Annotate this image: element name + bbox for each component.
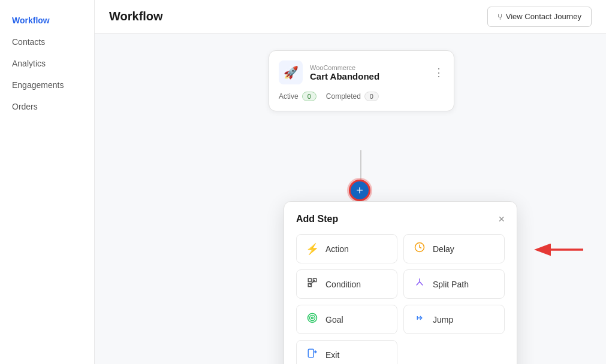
jump-icon (412, 313, 427, 326)
trigger-node: 🚀 WooCommerce Cart Abandoned ⋮ Active 0 … (269, 50, 454, 111)
sidebar-item-workflow[interactable]: Workflow (0, 10, 94, 31)
step-option-goal[interactable]: Goal (296, 305, 397, 334)
sidebar-item-engagements[interactable]: Engagements (0, 74, 94, 96)
step-option-action[interactable]: ⚡ Action (296, 234, 397, 263)
svg-point-10 (312, 317, 313, 319)
modal-header: Add Step × (296, 214, 505, 225)
step-option-jump[interactable]: Jump (403, 305, 505, 334)
add-step-modal: Add Step × ⚡ Action Del (284, 201, 517, 364)
add-step-button[interactable]: + (349, 180, 370, 201)
svg-line-6 (310, 280, 315, 285)
condition-icon (305, 277, 319, 291)
delay-label: Delay (433, 244, 454, 254)
sidebar-item-analytics[interactable]: Analytics (0, 53, 94, 74)
delay-icon (412, 242, 427, 256)
page-title: Workflow (109, 10, 163, 23)
jump-label: Jump (433, 315, 453, 324)
trigger-footer: Active 0 Completed 0 (279, 92, 444, 101)
journey-icon: ⑂ (498, 12, 502, 22)
sidebar-item-orders[interactable]: Orders (0, 96, 94, 117)
view-contact-journey-button[interactable]: ⑂ View Contact Journey (487, 7, 592, 27)
active-stat: Active 0 (279, 92, 316, 101)
modal-close-button[interactable]: × (498, 214, 505, 225)
step-option-exit[interactable]: Exit (296, 340, 397, 364)
completed-badge: 0 (364, 92, 379, 101)
trigger-icon: 🚀 (279, 60, 303, 84)
sidebar-item-contacts[interactable]: Contacts (0, 31, 94, 53)
step-options-grid: ⚡ Action Delay (296, 234, 505, 364)
trigger-info: WooCommerce Cart Abandoned (310, 64, 426, 81)
page-header: Workflow ⑂ View Contact Journey (95, 0, 606, 34)
step-option-delay[interactable]: Delay (403, 234, 505, 263)
goal-icon (305, 313, 319, 326)
goal-label: Goal (325, 315, 343, 324)
completed-stat: Completed 0 (326, 92, 379, 101)
main-content: Workflow ⑂ View Contact Journey 🚀 WooCom… (95, 0, 606, 364)
step-option-split-path[interactable]: Split Path (403, 269, 505, 299)
split-path-icon (412, 277, 427, 291)
active-badge: 0 (302, 92, 316, 101)
exit-label: Exit (325, 350, 339, 360)
modal-title: Add Step (296, 214, 338, 225)
trigger-node-header: 🚀 WooCommerce Cart Abandoned ⋮ (279, 60, 444, 84)
action-icon: ⚡ (305, 242, 319, 256)
action-label: Action (325, 244, 349, 254)
split-path-label: Split Path (433, 280, 469, 289)
connector-line (360, 150, 361, 183)
trigger-menu-icon[interactable]: ⋮ (433, 66, 444, 79)
workflow-canvas[interactable]: 🚀 WooCommerce Cart Abandoned ⋮ Active 0 … (95, 34, 606, 364)
exit-icon (305, 348, 319, 362)
red-arrow-indicator (532, 241, 586, 261)
trigger-name: Cart Abandoned (310, 71, 426, 81)
svg-rect-13 (308, 349, 313, 357)
svg-rect-3 (308, 278, 311, 281)
trigger-source: WooCommerce (310, 64, 426, 71)
sidebar: Workflow Contacts Analytics Engagements … (0, 0, 95, 364)
add-icon: + (356, 184, 363, 198)
condition-label: Condition (325, 280, 361, 289)
step-option-condition[interactable]: Condition (296, 269, 397, 299)
svg-point-9 (310, 316, 315, 321)
